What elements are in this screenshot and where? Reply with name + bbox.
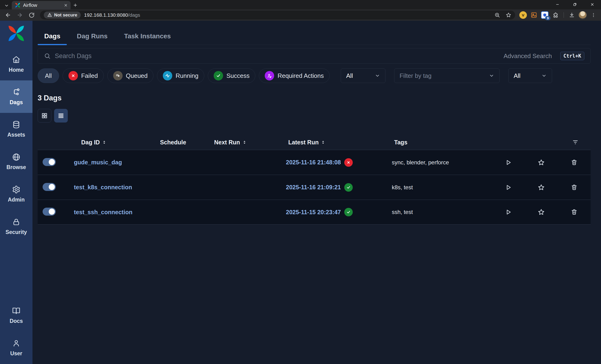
puzzle-icon — [552, 12, 559, 18]
tag-filter-select[interactable]: Filter by tag — [394, 69, 500, 83]
sidebar-item-label: Browse — [6, 164, 26, 170]
header-latest-run[interactable]: Latest Run — [286, 139, 392, 146]
sidebar-item-home[interactable]: Home — [0, 48, 32, 80]
chip-all[interactable]: All — [38, 69, 59, 83]
vpn-extension-icon: v — [519, 11, 527, 19]
success-run-badge[interactable] — [344, 208, 353, 216]
airflow-logo[interactable] — [0, 21, 32, 48]
bookmark-button[interactable] — [506, 12, 511, 18]
trigger-dag-button[interactable] — [492, 208, 525, 216]
page-tabs: Dags Dag Runs Task Instances — [38, 21, 591, 45]
avatar — [579, 11, 587, 19]
success-run-badge[interactable] — [344, 183, 353, 192]
dag-id-link[interactable]: test_k8s_connection — [70, 184, 132, 191]
dags-table: Dag ID Schedule Next Run Latest Run Tags — [38, 135, 591, 225]
chip-failed[interactable]: Failed — [63, 69, 104, 83]
dag-enabled-toggle[interactable] — [43, 208, 56, 216]
browser-tab[interactable]: Airflow — [12, 1, 70, 10]
security-label: Not secure — [54, 12, 77, 18]
book-icon — [12, 307, 20, 315]
favorite-dag-button[interactable] — [525, 184, 558, 191]
favorite-dag-button[interactable] — [525, 159, 558, 166]
column-filter-button[interactable] — [492, 139, 591, 145]
table-header-row: Dag ID Schedule Next Run Latest Run Tags — [38, 135, 591, 150]
restore-button[interactable] — [566, 0, 584, 9]
check-icon — [346, 185, 351, 189]
tab-task-instances[interactable]: Task Instances — [117, 28, 177, 45]
chip-running[interactable]: Running — [157, 69, 204, 83]
tab-search-button[interactable] — [2, 2, 11, 10]
header-schedule: Schedule — [158, 139, 212, 146]
favorite-dag-button[interactable] — [525, 208, 558, 216]
list-view-button[interactable] — [54, 109, 68, 122]
sidebar-item-user[interactable]: User — [0, 332, 32, 364]
browser-tab-title: Airflow — [23, 3, 61, 8]
chip-label: Success — [226, 72, 250, 79]
success-status-icon — [214, 71, 223, 80]
window-controls — [549, 0, 601, 9]
delete-dag-button[interactable] — [558, 184, 591, 191]
sidebar-item-admin[interactable]: Admin — [0, 178, 32, 210]
chip-required-actions[interactable]: Required Actions — [259, 69, 330, 83]
back-button[interactable] — [3, 10, 13, 20]
profile-button[interactable] — [578, 10, 587, 20]
sidebar-item-label: Assets — [7, 132, 25, 138]
extension-vpn-button[interactable]: v — [518, 10, 528, 20]
failed-run-badge[interactable] — [344, 158, 353, 167]
reload-button[interactable] — [26, 10, 37, 20]
latest-run-link[interactable]: 2025-11-16 21:48:08 — [286, 159, 341, 166]
dag-enabled-toggle[interactable] — [43, 158, 56, 166]
sidebar-item-label: Docs — [10, 318, 23, 324]
x-icon — [346, 160, 351, 165]
dag-id-link[interactable]: test_ssh_connection — [70, 209, 132, 216]
close-window-button[interactable] — [584, 0, 601, 9]
card-view-button[interactable] — [38, 109, 51, 122]
tab-close-button[interactable] — [64, 3, 68, 7]
latest-run-link[interactable]: 2025-11-15 20:23:47 — [286, 209, 341, 216]
filter-row: All Failed Queued Running — [38, 69, 591, 83]
chip-queued[interactable]: Queued — [107, 69, 154, 83]
header-tags: Tags — [392, 139, 492, 146]
search-input[interactable] — [55, 52, 499, 60]
tab-dags[interactable]: Dags — [38, 28, 67, 45]
chevron-down-icon — [489, 73, 494, 78]
trigger-dag-button[interactable] — [492, 159, 525, 166]
header-next-run[interactable]: Next Run — [212, 139, 286, 146]
extension-photos-button[interactable] — [529, 10, 539, 20]
address-bar[interactable]: Not secure 192.168.1.130:8080/dags — [40, 10, 515, 20]
state-select[interactable]: All — [341, 69, 385, 83]
tags-cell: k8s, test — [392, 184, 492, 191]
latest-run-link[interactable]: 2025-11-16 21:09:21 — [286, 184, 341, 191]
browser-menu-button[interactable] — [589, 10, 598, 20]
minimize-button[interactable] — [549, 0, 566, 9]
favorite-select[interactable]: All — [508, 69, 552, 83]
sidebar-item-assets[interactable]: Assets — [0, 113, 32, 145]
new-tab-button[interactable] — [70, 1, 80, 10]
downloads-button[interactable] — [567, 10, 577, 20]
extension-bitwarden-button[interactable]: 9 — [540, 10, 550, 20]
header-label: Schedule — [160, 139, 186, 146]
not-secure-chip[interactable]: Not secure — [44, 11, 81, 19]
dag-id-link[interactable]: gude_music_dag — [70, 159, 122, 166]
sort-icon — [242, 140, 247, 144]
delete-dag-button[interactable] — [558, 208, 591, 216]
tab-dag-runs[interactable]: Dag Runs — [70, 28, 114, 45]
delete-dag-button[interactable] — [558, 159, 591, 166]
user-icon — [12, 339, 20, 347]
download-icon — [569, 12, 575, 18]
zoom-page-button[interactable] — [494, 12, 500, 18]
sidebar-item-security[interactable]: Security — [0, 210, 32, 243]
advanced-search-link[interactable]: Advanced Search — [504, 52, 552, 60]
dag-enabled-toggle[interactable] — [43, 183, 56, 191]
sidebar-item-browse[interactable]: Browse — [0, 145, 32, 178]
extensions-menu-button[interactable] — [551, 10, 560, 20]
sidebar-item-dags[interactable]: Dags — [0, 80, 32, 113]
sidebar-item-docs[interactable]: Docs — [0, 299, 32, 332]
forward-button[interactable] — [15, 10, 25, 20]
kebab-menu-icon — [591, 12, 596, 18]
trigger-dag-button[interactable] — [492, 184, 525, 191]
header-dag-id[interactable]: Dag ID — [70, 139, 158, 146]
play-icon — [505, 208, 512, 216]
chip-success[interactable]: Success — [208, 69, 255, 83]
database-icon — [12, 120, 20, 129]
